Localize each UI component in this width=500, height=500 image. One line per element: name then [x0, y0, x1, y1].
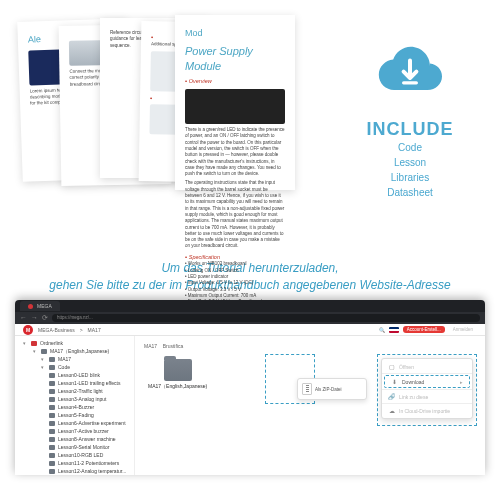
zip-file-icon: [302, 383, 312, 395]
browser-tab[interactable]: MEGA: [20, 301, 60, 311]
download-cloud-icon: [370, 30, 450, 110]
signin-button[interactable]: Anmelden: [449, 326, 477, 333]
search-icon[interactable]: 🔍: [379, 327, 385, 333]
flag-icon[interactable]: [389, 327, 399, 333]
back-icon[interactable]: ←: [20, 314, 27, 322]
url-bar: ← → ⟳ https://mega.nz/...: [15, 312, 485, 324]
link-icon: 🔗: [388, 393, 395, 400]
include-panel: INCLUDE Code Lesson Libraries Datasheet: [345, 30, 475, 200]
tree-item[interactable]: Lesson6-Advertise experiment: [15, 419, 134, 427]
svg-rect-0: [402, 81, 418, 84]
include-item: Code: [345, 140, 475, 155]
include-item: Datasheet: [345, 185, 475, 200]
open-icon: ▢: [388, 363, 395, 370]
breadcrumb-root[interactable]: MEGA-Business: [38, 327, 75, 333]
tree-item[interactable]: Lesson1-LED trailing effects: [15, 379, 134, 387]
mega-favicon: [28, 304, 33, 309]
doc-page-front: Mod Power Supply Module • Overview There…: [175, 15, 295, 190]
mega-logo-icon[interactable]: M: [23, 325, 33, 335]
zip-popup: Als ZIP-Datei: [297, 378, 367, 400]
tree-item[interactable]: Lesson3-Analog input: [15, 395, 134, 403]
forward-icon[interactable]: →: [31, 314, 38, 322]
file-pane: MA17 Brustifica MA17（English,Japanese) A…: [135, 336, 485, 475]
doc-subtitle: Power Supply Module: [185, 44, 285, 75]
include-title: INCLUDE: [345, 119, 475, 140]
documents-preview: Ale Lorem ipsum text placeholder content…: [0, 0, 500, 260]
doc-body2: The operating instructions state that th…: [185, 180, 285, 249]
breadcrumb-leaf[interactable]: MA17: [88, 327, 101, 333]
tree-item[interactable]: Lesson12-Analog temperatur...: [15, 467, 134, 475]
tree-item[interactable]: ▾MA17: [15, 355, 134, 363]
tree-item[interactable]: ▾Code: [15, 363, 134, 371]
doc-body1: There is a green/red LED to indicate the…: [185, 127, 285, 177]
menu-link[interactable]: 🔗 Link zu diese: [382, 391, 472, 402]
menu-download[interactable]: ⬇ Download ▸: [384, 375, 470, 388]
folder-icon: [164, 359, 192, 381]
tree-item[interactable]: Lesson5-Fading: [15, 411, 134, 419]
create-account-button[interactable]: Account-Erstell...: [403, 326, 445, 333]
url-field[interactable]: https://mega.nz/...: [52, 314, 480, 322]
context-menu: ▢ Öffnen ⬇ Download ▸ 🔗 Link zu diese ☁: [381, 358, 473, 419]
menu-import[interactable]: ☁ In Cloud-Drive importie: [382, 405, 472, 416]
menu-open[interactable]: ▢ Öffnen: [382, 361, 472, 372]
tree-item[interactable]: ▾MA17（English,Japanese): [15, 347, 134, 355]
download-icon: ⬇: [391, 378, 398, 385]
tree-item[interactable]: Lesson4-Buzzer: [15, 403, 134, 411]
tree-item[interactable]: Lesson11-2 Potentiometers: [15, 459, 134, 467]
mega-header: M MEGA-Business > MA17 🔍 Account-Erstell…: [15, 324, 485, 336]
folder-item[interactable]: MA17（English,Japanese): [144, 355, 211, 393]
tree-root[interactable]: ▾ Ordnerlink: [15, 339, 134, 347]
cloud-icon: ☁: [388, 407, 395, 414]
folder-tree: ▾ Ordnerlink ▾MA17（English,Japanese) ▾MA…: [15, 336, 135, 475]
reload-icon[interactable]: ⟳: [42, 314, 48, 322]
tree-item[interactable]: Lesson2-Traffic light: [15, 387, 134, 395]
browser-window: MEGA ← → ⟳ https://mega.nz/... M MEGA-Bu…: [15, 300, 485, 475]
tree-item[interactable]: Lesson8-Answer machine: [15, 435, 134, 443]
include-item: Libraries: [345, 170, 475, 185]
tree-item[interactable]: Lesson10-RGB LED: [15, 451, 134, 459]
tree-item[interactable]: Lesson9-Serial Monitor: [15, 443, 134, 451]
tree-item[interactable]: Lesson7-Active buzzer: [15, 427, 134, 435]
tree-item[interactable]: Lesson0-LED blink: [15, 371, 134, 379]
titlebar: MEGA: [15, 300, 485, 312]
include-item: Lesson: [345, 155, 475, 170]
